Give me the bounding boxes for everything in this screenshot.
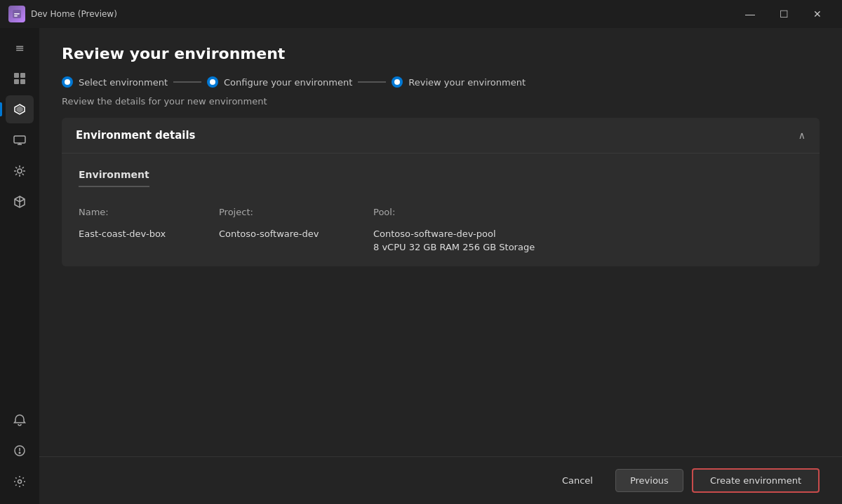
- step-3: Review your environment: [392, 76, 526, 88]
- svg-point-16: [18, 480, 22, 484]
- svg-rect-6: [20, 79, 25, 84]
- step-3-inner: [394, 79, 400, 85]
- svg-marker-8: [17, 107, 22, 112]
- previous-button[interactable]: Previous: [615, 469, 683, 492]
- svg-point-15: [19, 452, 20, 454]
- settings-icon: [13, 475, 26, 488]
- step-2-label: Configure your environment: [224, 77, 352, 88]
- minimize-button[interactable]: —: [734, 4, 766, 25]
- name-value: East-coast-dev-box: [79, 229, 219, 252]
- dashboard-icon: [13, 72, 26, 85]
- sidebar-item-dashboard[interactable]: [6, 64, 34, 93]
- sidebar-item-feedback[interactable]: [6, 437, 34, 465]
- app-icon: [8, 6, 25, 22]
- project-label: Project:: [219, 207, 373, 217]
- page-subtitle: Review the details for your new environm…: [62, 96, 820, 107]
- main-content: Environment details ∧ Environment Name: …: [39, 118, 842, 456]
- stepper: Select environment Configure your enviro…: [62, 76, 820, 88]
- details-panel-body: Environment Name: Project: Pool: East-co…: [62, 154, 820, 266]
- pool-spec: 8 vCPU 32 GB RAM 256 GB Storage: [373, 242, 803, 252]
- sidebar-item-settings[interactable]: [6, 468, 34, 496]
- close-button[interactable]: ✕: [801, 4, 834, 25]
- svg-rect-2: [14, 15, 18, 17]
- environments-icon: [13, 103, 26, 116]
- svg-rect-5: [14, 79, 19, 84]
- step-2-circle: [207, 76, 218, 88]
- step-connector-2: [358, 81, 386, 83]
- cancel-button[interactable]: Cancel: [548, 470, 607, 491]
- svg-rect-1: [14, 13, 20, 15]
- details-panel-header[interactable]: Environment details ∧: [62, 118, 820, 154]
- step-1-label: Select environment: [79, 77, 168, 88]
- step-2-inner: [210, 79, 215, 85]
- maximize-button[interactable]: ☐: [768, 4, 800, 25]
- pool-value: Contoso-software-dev-pool: [373, 229, 803, 239]
- sidebar-item-environments[interactable]: [6, 95, 34, 123]
- sidebar-item-notifications[interactable]: [6, 406, 34, 434]
- footer: Cancel Previous Create environment: [39, 456, 842, 504]
- title-bar: Dev Home (Preview) — ☐ ✕: [0, 0, 842, 28]
- pool-values: Contoso-software-dev-pool 8 vCPU 32 GB R…: [373, 229, 803, 252]
- step-1: Select environment: [62, 76, 168, 88]
- environment-section: Environment: [79, 168, 803, 193]
- svg-rect-9: [14, 136, 25, 143]
- content-area: Review your environment Select environme…: [39, 28, 842, 504]
- sidebar-item-menu[interactable]: ≡: [6, 34, 34, 62]
- menu-icon: ≡: [15, 41, 24, 55]
- packages-icon: [13, 196, 26, 208]
- app-title: Dev Home (Preview): [31, 9, 734, 19]
- create-environment-button[interactable]: Create environment: [692, 468, 820, 493]
- window-controls: — ☐ ✕: [734, 4, 834, 25]
- details-panel: Environment details ∧ Environment Name: …: [62, 118, 820, 266]
- step-2: Configure your environment: [207, 76, 352, 88]
- sidebar-bottom: [6, 406, 34, 498]
- name-label: Name:: [79, 207, 219, 217]
- step-connector-1: [173, 81, 201, 83]
- sidebar: ≡: [0, 28, 39, 504]
- step-1-circle: [62, 76, 73, 88]
- extensions-icon: [13, 165, 26, 177]
- sidebar-item-extensions[interactable]: [6, 157, 34, 185]
- environment-section-title: Environment: [79, 169, 149, 187]
- sidebar-item-packages[interactable]: [6, 188, 34, 216]
- chevron-up-icon: ∧: [798, 130, 806, 141]
- svg-point-12: [18, 169, 22, 173]
- env-details-grid: Name: Project: Pool: East-coast-dev-box …: [79, 207, 803, 252]
- svg-rect-4: [20, 73, 25, 78]
- devices-icon: [13, 134, 26, 147]
- step-3-circle: [392, 76, 403, 88]
- svg-rect-3: [14, 73, 19, 78]
- pool-label: Pool:: [373, 207, 803, 217]
- notifications-icon: [13, 414, 26, 426]
- feedback-icon: [13, 444, 26, 457]
- project-value: Contoso-software-dev: [219, 229, 373, 252]
- page-header: Review your environment Select environme…: [39, 28, 842, 118]
- step-3-label: Review your environment: [408, 77, 526, 88]
- sidebar-item-devices[interactable]: [6, 126, 34, 154]
- page-title: Review your environment: [62, 45, 820, 62]
- details-panel-title: Environment details: [76, 129, 196, 142]
- step-1-inner: [65, 79, 70, 85]
- app-layout: ≡: [0, 28, 842, 504]
